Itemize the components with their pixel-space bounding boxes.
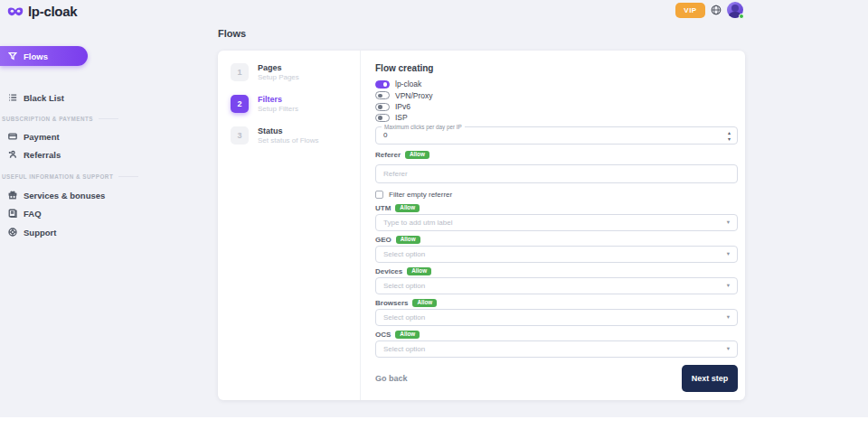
lp-cloak-toggle[interactable] — [375, 80, 390, 89]
flow-form: Flow creating lp-cloak VPN/Proxy IPv6 IS… — [361, 51, 745, 400]
step-number: 1 — [231, 63, 249, 81]
referer-label: Referer — [375, 151, 401, 159]
devices-allow-badge[interactable]: Allow — [407, 267, 431, 275]
geo-select[interactable]: Select option ▾ — [375, 246, 738, 263]
browsers-label: Browsers — [375, 299, 408, 307]
step-subtitle: Setup Filters — [258, 105, 298, 114]
devices-placeholder: Select option — [383, 282, 425, 290]
step-filters[interactable]: 2 Filters Setup Filters — [231, 95, 360, 114]
ocs-placeholder: Select option — [383, 345, 425, 353]
gift-icon — [8, 191, 17, 200]
geo-label-row: GEO Allow — [375, 236, 738, 244]
isp-toggle[interactable] — [375, 114, 390, 122]
ocs-label: OCS — [375, 331, 391, 339]
sidebar-item-label: Services & bonuses — [24, 191, 105, 201]
app-logo[interactable]: lp-cloak — [7, 4, 77, 19]
flows-icon — [8, 51, 17, 61]
geo-allow-badge[interactable]: Allow — [396, 236, 420, 244]
toggle-label: lp-cloak — [395, 79, 421, 89]
toggle-row-ipv6[interactable]: IPv6 — [375, 102, 738, 111]
page-title: Flows — [218, 28, 246, 39]
stepper: 1 Pages Setup Pages 2 Filters Setup Filt… — [218, 51, 361, 400]
sidebar-item-payment[interactable]: Payment — [0, 129, 60, 144]
sidebar-item-faq[interactable]: FAQ — [0, 206, 42, 220]
browsers-placeholder: Select option — [383, 313, 425, 322]
number-spinner-icon[interactable]: ▴▾ — [728, 130, 731, 143]
step-status[interactable]: 3 Status Set status of Flows — [231, 126, 360, 145]
chevron-down-icon: ▾ — [727, 250, 730, 257]
black-list-icon — [8, 93, 17, 102]
browsers-allow-badge[interactable]: Allow — [412, 299, 437, 307]
browsers-select[interactable]: Select option ▾ — [375, 309, 738, 326]
sidebar-item-black-list[interactable]: Black List — [0, 90, 64, 105]
step-title: Status — [258, 126, 319, 136]
chevron-down-icon: ▾ — [727, 282, 730, 289]
sidebar-item-services-bonuses[interactable]: Services & bonuses — [0, 188, 105, 202]
support-icon — [8, 228, 17, 237]
referer-label-row: Referer Allow — [375, 151, 738, 159]
faq-icon — [8, 209, 17, 218]
go-back-button[interactable]: Go back — [375, 374, 408, 383]
utm-label-row: UTM Allow — [375, 204, 738, 212]
sidebar: Home Flows Black List SUBSCRIPTION & PAY… — [0, 20, 208, 429]
sidebar-item-flows[interactable]: Flows — [0, 46, 88, 66]
user-avatar[interactable] — [727, 2, 743, 18]
section-title: USEFUL INFORMATION & SUPPORT — [2, 173, 113, 180]
vpn-proxy-toggle[interactable] — [375, 91, 390, 99]
step-title: Pages — [258, 63, 299, 73]
sidebar-item-referrals[interactable]: Referrals — [0, 147, 61, 162]
ocs-select[interactable]: Select option ▾ — [375, 340, 738, 358]
next-step-button[interactable]: Next step — [682, 365, 738, 392]
devices-label: Devices — [375, 267, 402, 275]
utm-label: UTM — [375, 204, 391, 212]
section-title: SUBSCRIPTION & PAYMENTS — [2, 116, 93, 122]
geo-label: GEO — [375, 236, 392, 244]
referer-input[interactable] — [376, 165, 737, 182]
ocs-allow-badge[interactable]: Allow — [395, 331, 420, 339]
filter-empty-referrer-row[interactable]: Filter empty referrer — [375, 191, 738, 199]
ipv6-toggle[interactable] — [375, 103, 390, 111]
utm-select[interactable]: Type to add utm label ▾ — [375, 214, 738, 231]
chevron-down-icon: ▾ — [727, 313, 730, 321]
form-footer: Go back Next step — [375, 365, 738, 392]
section-divider — [99, 118, 118, 119]
devices-select[interactable]: Select option ▾ — [375, 277, 738, 294]
chevron-down-icon: ▾ — [727, 345, 730, 352]
globe-icon[interactable] — [711, 5, 722, 15]
max-clicks-input[interactable] — [383, 127, 672, 144]
toggle-row-vpn-proxy[interactable]: VPN/Proxy — [375, 90, 738, 99]
header-actions: VIP — [675, 2, 743, 18]
toggle-row-isp[interactable]: ISP — [375, 113, 738, 122]
sidebar-item-label: Referrals — [24, 150, 61, 160]
utm-placeholder: Type to add utm label — [383, 219, 453, 227]
chevron-down-icon: ▾ — [727, 219, 730, 226]
toggle-label: IPv6 — [395, 102, 410, 111]
filter-empty-referrer-checkbox[interactable] — [375, 191, 383, 199]
sidebar-item-label: FAQ — [24, 209, 42, 219]
online-status-dot — [739, 14, 744, 19]
section-divider — [118, 176, 138, 177]
devices-label-row: Devices Allow — [375, 267, 738, 275]
sidebar-item-label: Payment — [24, 132, 60, 142]
flow-card: 1 Pages Setup Pages 2 Filters Setup Filt… — [218, 51, 745, 400]
logo-text: lp-cloak — [28, 4, 77, 19]
max-clicks-field: Maximum clicks per day per IP ▴▾ — [375, 126, 738, 145]
referer-field — [375, 164, 738, 183]
sidebar-section-support: USEFUL INFORMATION & SUPPORT — [0, 173, 138, 180]
sidebar-item-label: Black List — [24, 93, 64, 103]
toggle-row-lp-cloak[interactable]: lp-cloak — [375, 79, 738, 89]
step-number: 3 — [231, 126, 249, 145]
vip-button[interactable]: VIP — [675, 3, 705, 18]
toggle-label: ISP — [395, 113, 408, 122]
step-number: 2 — [231, 95, 249, 113]
utm-allow-badge[interactable]: Allow — [395, 204, 420, 212]
step-title: Filters — [258, 95, 298, 105]
referer-allow-badge[interactable]: Allow — [405, 151, 429, 159]
toggle-label: VPN/Proxy — [395, 91, 433, 100]
sidebar-item-support[interactable]: Support — [0, 225, 56, 239]
geo-placeholder: Select option — [383, 250, 425, 258]
payment-icon — [8, 132, 17, 141]
form-title: Flow creating — [375, 63, 738, 73]
browsers-label-row: Browsers Allow — [375, 299, 738, 307]
step-pages[interactable]: 1 Pages Setup Pages — [231, 63, 360, 82]
